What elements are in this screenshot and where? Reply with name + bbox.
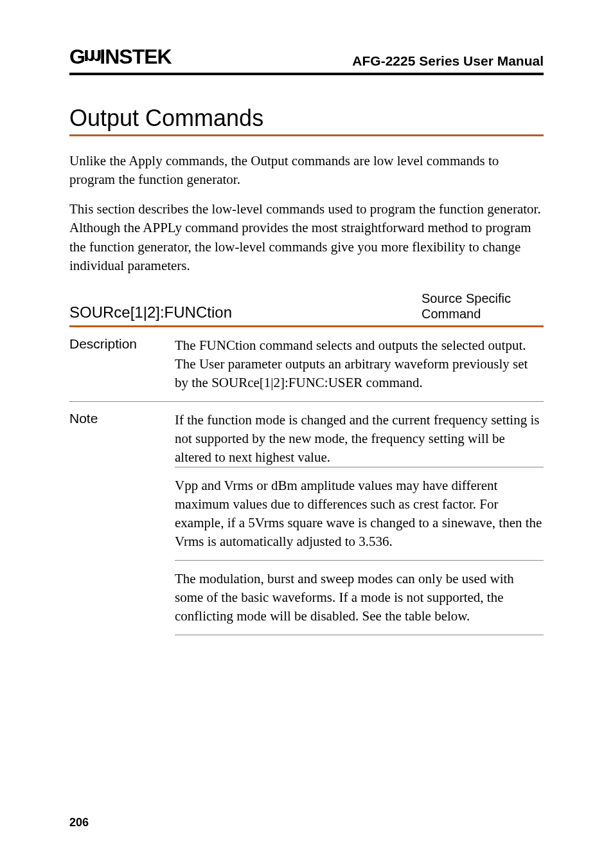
intro-paragraph: This section describes the low-level com… [69,200,544,276]
definition-paragraph: The modulation, burst and sweep modes ca… [175,571,514,624]
definition-label: Description [69,336,175,392]
tag-line: Command [422,307,481,321]
definition-row-note: Note If the function mode is changed and… [69,402,544,467]
title-rule [69,134,544,136]
note-sub-paragraph: Vpp and Vrms or dBm amplitude values may… [175,467,544,561]
command-tag: Source Specific Command [422,291,544,321]
brand-logo: GmINSTEK [69,45,172,69]
definition-body: The FUNCtion command selects and outputs… [175,336,544,392]
definition-paragraph: The FUNCtion command selects and outputs… [175,336,544,392]
section-heading-row: SOURce[1|2]:FUNCtion Source Specific Com… [69,291,544,321]
note-sub-paragraph: The modulation, burst and sweep modes ca… [175,561,544,635]
page-number: 206 [69,816,89,829]
command-heading: SOURce[1|2]:FUNCtion [69,303,232,321]
logo-text-part: G [69,45,85,69]
definition-paragraph: If the function mode is changed and the … [175,411,544,467]
page-header: GmINSTEK AFG-2225 Series User Manual [69,45,544,75]
definition-paragraph: Vpp and Vrms or dBm amplitude values may… [175,478,542,549]
document-title: AFG-2225 Series User Manual [352,53,544,69]
definition-label: Note [69,411,175,467]
logo-text-part: INSTEK [100,45,171,69]
definition-body: If the function mode is changed and the … [175,411,544,467]
logo-text-part: m [84,47,101,68]
page-title: Output Commands [69,105,544,132]
tag-line: Source Specific [422,291,511,305]
definition-row-description: Description The FUNCtion command selects… [69,327,544,402]
intro-paragraph: Unlike the Apply commands, the Output co… [69,152,544,190]
